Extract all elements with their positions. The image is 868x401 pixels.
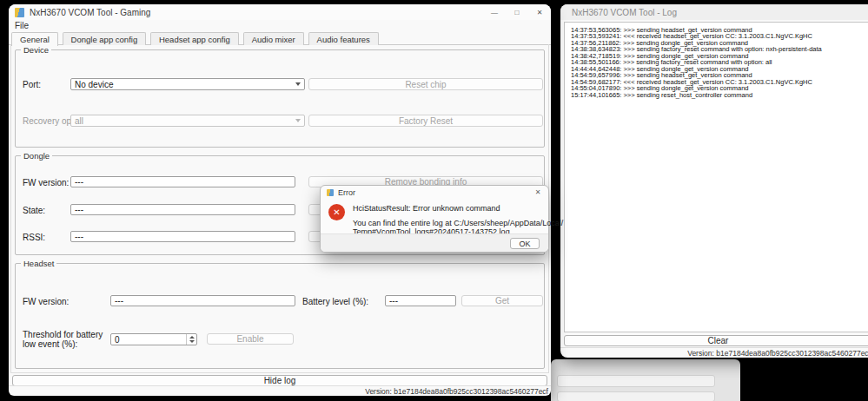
main-window-title: NxH3670 VCOM Tool - Gaming [30,8,150,17]
log-window: NxH3670 VCOM Tool - Log 14:37:53,563065:… [560,4,868,358]
port-label: Port: [23,80,41,89]
dongle-fw-version-value: --- [75,177,83,187]
tab-audio-features[interactable]: Audio features [308,32,379,45]
log-lines: 14:37:53,563065: >>> sending headset_get… [571,27,868,98]
error-message: HciStatusResult: Error unknown command [353,204,500,213]
tab-bar: General Dongle app config Headset app co… [9,32,551,45]
error-dialog: Error ✕ ✕ HciStatusResult: Error unknown… [320,185,549,253]
error-icon: ✕ [328,204,345,220]
headset-fw-version-label: FW version: [23,297,69,306]
tab-audio-mixer[interactable]: Audio mixer [243,32,304,45]
battery-level-field[interactable]: --- [385,295,456,306]
device-group: Device Port: No device Reset chip Recove… [15,49,545,148]
main-version-text: Version: b1e7184dea8a0fb925cc3012398ac54… [365,387,548,396]
port-select[interactable]: No device [70,78,305,90]
log-window-titlebar[interactable]: NxH3670 VCOM Tool - Log [560,4,868,20]
battery-level-label: Battery level (%): [302,297,368,306]
error-dialog-app-icon [327,189,334,196]
main-titlebar[interactable]: NxH3670 VCOM Tool - Gaming — □ ✕ [9,4,551,20]
dongle-fw-version-label: FW version: [23,178,69,187]
clear-log-button[interactable]: Clear [564,335,868,346]
chevron-down-icon [295,82,301,86]
battery-level-value: --- [389,296,398,306]
error-dialog-titlebar[interactable]: Error ✕ [321,186,548,199]
dongle-state-value: --- [75,205,83,214]
log-line: 15:17:44,101665: >>> sending reset_host_… [571,92,868,98]
dongle-state-field[interactable]: --- [70,204,295,215]
log-version-text: Version: b1e7184dea8a0fb925cc3012398ac54… [687,349,868,358]
headset-group: Headset FW version: --- Battery level (%… [15,263,545,369]
headset-fw-version-value: --- [115,296,123,306]
dongle-rssi-label: RSSI: [23,233,45,242]
close-icon[interactable]: ✕ [528,4,551,20]
dialog-close-icon[interactable]: ✕ [527,188,548,196]
device-group-label: Device [21,45,51,55]
background-window-bar [557,375,715,387]
battery-threshold-label: Threshold for battery low event (%): [23,330,108,349]
dongle-fw-version-field[interactable]: --- [70,176,295,187]
menubar: File [9,20,551,32]
tab-dongle-app-config[interactable]: Dongle app config [63,32,147,45]
dongle-state-label: State: [23,206,45,215]
desktop: NxH3670 VCOM Tool - Log 14:37:53,563065:… [0,0,868,401]
maximize-icon[interactable]: □ [506,4,528,20]
dongle-rssi-value: --- [75,232,83,241]
reset-chip-button[interactable]: Reset chip [308,78,543,90]
spinner-arrows-icon[interactable] [186,334,195,345]
enable-threshold-button[interactable]: Enable [207,333,294,345]
error-dialog-footer: OK [321,233,548,252]
tab-general[interactable]: General [11,32,58,46]
battery-threshold-spinner[interactable]: 0 [110,333,197,345]
recovery-options-select[interactable]: all [70,115,305,127]
background-window-bar [557,391,715,401]
log-window-title: NxH3670 VCOM Tool - Log [572,8,677,17]
get-battery-button[interactable]: Get [461,295,543,306]
headset-group-label: Headset [21,259,56,268]
headset-fw-version-field[interactable]: --- [110,295,295,306]
battery-threshold-value: 0 [115,335,120,345]
log-version-bar: Version: b1e7184dea8a0fb925cc3012398ac54… [560,347,868,358]
minimize-icon[interactable]: — [483,4,506,20]
main-version-bar: Version: b1e7184dea8a0fb925cc3012398ac54… [9,385,551,396]
dongle-rssi-field[interactable]: --- [70,231,295,242]
ok-button[interactable]: OK [510,238,540,249]
tab-headset-app-config[interactable]: Headset app config [150,32,239,45]
background-window-fragment [551,359,740,401]
chevron-down-icon [295,119,301,122]
app-icon [15,8,24,17]
error-dialog-title: Error [338,188,355,197]
error-log-path-line1: You can find the entire log at C:/Users/… [353,219,563,227]
port-select-value: No device [75,80,113,89]
dongle-group-label: Dongle [21,151,52,161]
log-output[interactable]: 14:37:53,563065: >>> sending headset_get… [564,22,868,332]
factory-reset-button[interactable]: Factory Reset [308,115,543,127]
recovery-options-value: all [75,116,83,126]
menu-file[interactable]: File [9,20,35,31]
